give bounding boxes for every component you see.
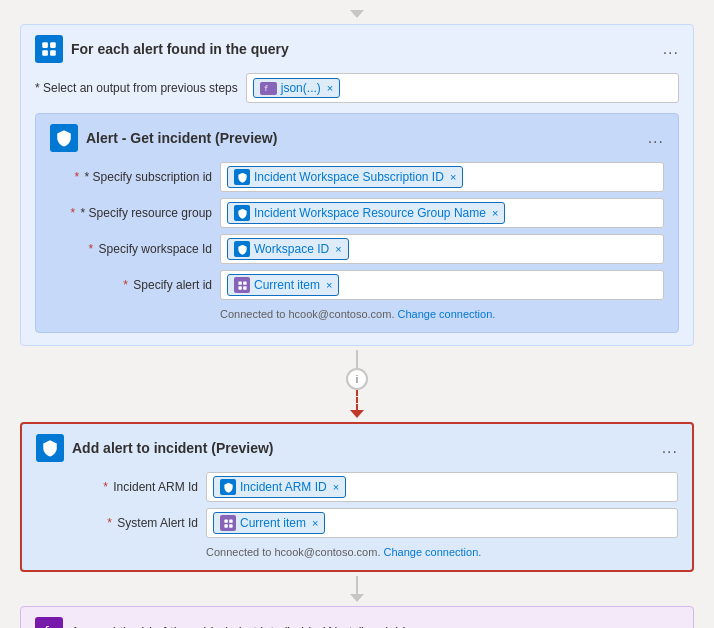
bottom-connector xyxy=(350,576,364,602)
incident-arm-token: Incident ARM ID × xyxy=(213,476,346,498)
alert-get-incident-more-button[interactable]: ... xyxy=(648,129,664,147)
workspace-token-close[interactable]: × xyxy=(335,243,341,255)
loop-token-icon xyxy=(234,277,250,293)
workspace-label-text: Specify workspace Id xyxy=(99,242,212,256)
system-alert-input[interactable]: Current item × xyxy=(206,508,678,538)
workspace-token-text: Workspace ID xyxy=(254,242,329,256)
alert-get-incident-card: Alert - Get incident (Preview) ... * * S… xyxy=(35,113,679,333)
append-variable-card: {x} Append the Id of the added alert int… xyxy=(20,606,694,628)
alert-get-connection-info: Connected to hcook@contoso.com. Change c… xyxy=(50,308,664,320)
alert-id-input[interactable]: Current item × xyxy=(220,270,664,300)
json-token-icon: f xyxy=(260,82,277,95)
for-each-title-text: For each alert found in the query xyxy=(71,41,289,57)
alert-id-label-text: Specify alert id xyxy=(133,278,212,292)
subscription-token: Incident Workspace Subscription ID × xyxy=(227,166,463,188)
append-variable-title-text: Append the Id of the added alert into "a… xyxy=(71,624,413,629)
alert-get-change-connection[interactable]: Change connection. xyxy=(398,308,496,320)
select-output-row: * Select an output from previous steps f… xyxy=(35,73,679,103)
alert-get-connection-text: Connected to hcook@contoso.com. xyxy=(220,308,394,320)
bottom-connector-line xyxy=(356,576,358,594)
svg-text:{x}: {x} xyxy=(42,624,58,628)
shield-token-icon xyxy=(237,172,248,183)
system-alert-row: * System Alert Id Current item × xyxy=(36,508,678,538)
for-each-more-button[interactable]: ... xyxy=(663,40,679,58)
alert-get-incident-title: Alert - Get incident (Preview) xyxy=(50,124,277,152)
svg-rect-5 xyxy=(238,281,241,284)
alert-get-incident-title-text: Alert - Get incident (Preview) xyxy=(86,130,277,146)
svg-rect-10 xyxy=(229,519,232,522)
add-alert-connection-info: Connected to hcook@contoso.com. Change c… xyxy=(36,546,678,558)
subscription-token-close[interactable]: × xyxy=(450,171,456,183)
subscription-input[interactable]: Incident Workspace Subscription ID × xyxy=(220,162,664,192)
incident-arm-token-text: Incident ARM ID xyxy=(240,480,327,494)
loop-icon2 xyxy=(223,518,234,529)
add-alert-change-connection[interactable]: Change connection. xyxy=(384,546,482,558)
workspace-token-icon xyxy=(234,241,250,257)
append-variable-icon-box: {x} xyxy=(35,617,63,628)
system-alert-token-close[interactable]: × xyxy=(312,517,318,529)
connector-line-1 xyxy=(356,350,358,368)
middle-connector: i xyxy=(346,350,368,418)
workspace-label: * Specify workspace Id xyxy=(50,242,220,256)
alert-id-token-text: Current item xyxy=(254,278,320,292)
subscription-label-text: * Specify subscription id xyxy=(85,170,212,184)
svg-rect-8 xyxy=(243,286,246,289)
alert-get-incident-header: Alert - Get incident (Preview) ... xyxy=(50,124,664,152)
shield-icon-arm xyxy=(223,482,234,493)
workspace-input[interactable]: Workspace ID × xyxy=(220,234,664,264)
subscription-required: * xyxy=(75,170,80,184)
loop-icon xyxy=(237,280,248,291)
shield-token-icon2 xyxy=(237,208,248,219)
incident-arm-input[interactable]: Incident ARM ID × xyxy=(206,472,678,502)
subscription-token-text: Incident Workspace Subscription ID xyxy=(254,170,444,184)
incident-arm-token-icon xyxy=(220,479,236,495)
alert-id-required: * xyxy=(123,278,128,292)
workspace-token: Workspace ID × xyxy=(227,238,349,260)
subscription-label: * * Specify subscription id xyxy=(50,170,220,184)
add-alert-connection-text: Connected to hcook@contoso.com. xyxy=(206,546,380,558)
add-alert-card: Add alert to incident (Preview) ... * In… xyxy=(20,422,694,572)
subscription-token-icon xyxy=(234,169,250,185)
select-output-input[interactable]: f json(...) × xyxy=(246,73,679,103)
fx-icon: f xyxy=(263,83,274,94)
svg-rect-11 xyxy=(224,524,227,527)
add-alert-icon-box xyxy=(36,434,64,462)
top-connector-arrow xyxy=(350,10,364,18)
json-token-text: json(...) xyxy=(281,81,321,95)
svg-rect-0 xyxy=(42,42,48,48)
connector-info-text: i xyxy=(356,373,358,385)
svg-rect-6 xyxy=(243,281,246,284)
system-alert-token-text: Current item xyxy=(240,516,306,530)
svg-rect-1 xyxy=(50,42,56,48)
svg-rect-2 xyxy=(42,50,48,56)
incident-arm-row: * Incident ARM Id Incident ARM ID × xyxy=(36,472,678,502)
incident-arm-label: * Incident ARM Id xyxy=(36,480,206,494)
system-alert-required: * xyxy=(107,516,112,530)
alert-id-token-close[interactable]: × xyxy=(326,279,332,291)
resource-group-row: * * Specify resource group Incident Work… xyxy=(50,198,664,228)
for-each-icon-box xyxy=(35,35,63,63)
add-alert-title-text: Add alert to incident (Preview) xyxy=(72,440,273,456)
resource-group-label-text: * Specify resource group xyxy=(81,206,212,220)
subscription-row: * * Specify subscription id Incident Wor… xyxy=(50,162,664,192)
append-variable-title: {x} Append the Id of the added alert int… xyxy=(35,617,413,628)
add-alert-more-button[interactable]: ... xyxy=(662,439,678,457)
resource-group-token-icon xyxy=(234,205,250,221)
variable-icon: {x} xyxy=(40,622,58,628)
append-variable-more-button[interactable]: ... xyxy=(663,622,679,628)
resource-group-token-close[interactable]: × xyxy=(492,207,498,219)
incident-arm-token-close[interactable]: × xyxy=(333,481,339,493)
add-alert-title: Add alert to incident (Preview) xyxy=(36,434,273,462)
system-alert-token: Current item × xyxy=(213,512,325,534)
resource-group-required: * xyxy=(71,206,76,220)
json-token-close[interactable]: × xyxy=(327,82,333,94)
connector-red-arrow xyxy=(350,410,364,418)
incident-arm-label-text: Incident ARM Id xyxy=(113,480,198,494)
for-each-card: For each alert found in the query ... * … xyxy=(20,24,694,346)
resource-group-input[interactable]: Incident Workspace Resource Group Name × xyxy=(220,198,664,228)
system-alert-loop-icon xyxy=(220,515,236,531)
select-output-label: * Select an output from previous steps xyxy=(35,81,246,95)
connector-dashed-line xyxy=(356,390,358,410)
add-alert-shield-icon xyxy=(41,439,59,457)
alert-get-incident-icon-box xyxy=(50,124,78,152)
